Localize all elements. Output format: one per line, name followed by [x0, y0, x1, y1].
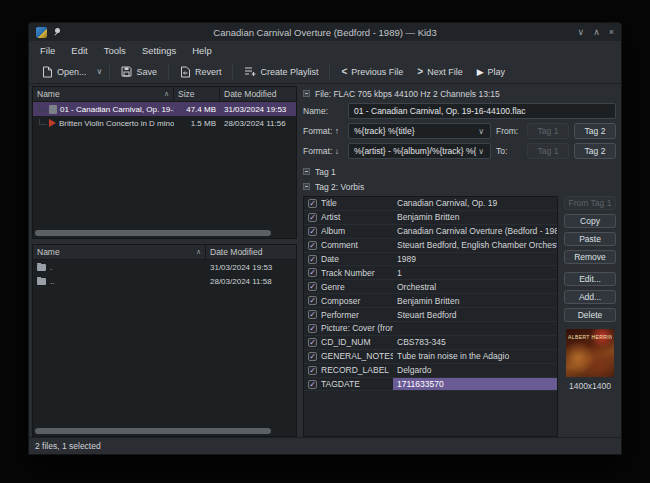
frame-checkbox[interactable]: ✓	[308, 352, 317, 361]
column-header-name[interactable]: Name ∧	[33, 87, 174, 101]
titlebar[interactable]: Canadian Carnival Overture (Bedford - 19…	[29, 23, 621, 41]
tag-frame-row[interactable]: ✓PerformerSteuart Bedford	[304, 308, 557, 322]
frame-checkbox[interactable]: ✓	[308, 199, 317, 208]
frame-checkbox[interactable]: ✓	[308, 296, 317, 305]
tag-frame-row[interactable]: ✓CommentSteuart Bedford, English Chamber…	[304, 239, 557, 253]
frame-value[interactable]: 1	[393, 266, 557, 279]
remove-button[interactable]: Remove	[564, 250, 616, 264]
frame-value[interactable]: Canadian Carnival Overture (Bedford - 19…	[393, 225, 557, 238]
format-from-combobox[interactable]: %{track} %{title} ∨	[348, 123, 491, 139]
left-column: Name ∧ Size Date Modified 01 - Canadian …	[32, 86, 297, 437]
frame-checkbox[interactable]: ✓	[308, 324, 317, 333]
menu-settings[interactable]: Settings	[142, 45, 176, 56]
tag-frame-row[interactable]: ✓Track Number1	[304, 266, 557, 280]
frame-value[interactable]: 1711633570	[393, 378, 557, 391]
frame-value[interactable]	[393, 322, 557, 335]
frame-checkbox[interactable]: ✓	[308, 338, 317, 347]
album-art-thumbnail[interactable]: ALBERT HERRING	[566, 329, 614, 377]
frame-value[interactable]: Tube train noise in the Adagio	[393, 350, 557, 363]
frame-checkbox[interactable]: ✓	[308, 310, 317, 319]
tag2-section-header[interactable]: Tag 2: Vorbis	[303, 181, 616, 192]
tag-frame-row[interactable]: ✓Picture: Cover (front)	[304, 322, 557, 336]
frame-value[interactable]: Benjamin Britten	[393, 294, 557, 307]
menu-file[interactable]: File	[40, 45, 55, 56]
tag-frame-row[interactable]: ✓GENERAL_NOTESTube train noise in the Ad…	[304, 350, 557, 364]
play-button[interactable]: ▶ Play	[471, 64, 511, 80]
frame-value[interactable]: Canadian Carnival, Op. 19	[393, 197, 557, 210]
frame-checkbox[interactable]: ✓	[308, 282, 317, 291]
save-button[interactable]: Save	[115, 63, 163, 80]
tag-frame-row[interactable]: ✓AlbumCanadian Carnival Overture (Bedfor…	[304, 225, 557, 239]
frame-value[interactable]: Steuart Bedford, English Chamber Orchest…	[393, 239, 557, 252]
open-icon	[42, 66, 53, 78]
open-dropdown-icon[interactable]: ∨	[95, 67, 105, 76]
tag-frame-row[interactable]: ✓GenreOrchestral	[304, 280, 557, 294]
tag-frame-row[interactable]: ✓TAGDATE1711633570	[304, 378, 557, 392]
previous-file-button[interactable]: < Previous File	[335, 63, 409, 80]
tag1-section-header[interactable]: Tag 1	[303, 166, 616, 177]
copy-button[interactable]: Copy	[564, 214, 616, 228]
folder-icon	[37, 278, 46, 285]
filename-input[interactable]: 01 - Canadian Carnival, Op. 19-16-44100.…	[348, 103, 616, 119]
file-date-cell: 31/03/2024 19:53	[220, 105, 296, 114]
frame-value[interactable]: 1989	[393, 253, 557, 266]
menu-tools[interactable]: Tools	[104, 45, 126, 56]
frame-value[interactable]: Benjamin Britten	[393, 211, 557, 224]
tag-frame-row[interactable]: ✓ArtistBenjamin Britten	[304, 211, 557, 225]
tag-frame-row[interactable]: ✓Date1989	[304, 253, 557, 267]
from-tag1-button[interactable]: Tag 1	[527, 123, 569, 139]
edit-button[interactable]: Edit...	[564, 272, 616, 286]
frame-checkbox[interactable]: ✓	[308, 227, 317, 236]
tag-frame-row[interactable]: ✓TitleCanadian Carnival, Op. 19	[304, 197, 557, 211]
collapse-icon[interactable]	[303, 183, 310, 190]
frame-checkbox[interactable]: ✓	[308, 380, 317, 389]
menu-help[interactable]: Help	[192, 45, 212, 56]
tag-frame-row[interactable]: ✓CD_ID_NUMCBS783-345	[304, 336, 557, 350]
create-playlist-button[interactable]: Create Playlist	[238, 63, 324, 80]
frame-value[interactable]: Delgardo	[393, 364, 557, 377]
column-header-size[interactable]: Size	[174, 87, 220, 101]
tag-frame-row[interactable]: ✓RECORD_LABELDelgardo	[304, 364, 557, 378]
open-button[interactable]: Open...	[36, 63, 93, 81]
frame-value[interactable]: Orchestral	[393, 280, 557, 293]
scrollbar-thumb[interactable]	[35, 428, 271, 434]
frame-name: TAGDATE	[321, 378, 393, 391]
format-to-combobox[interactable]: %{artist} - %{album}/%{track} %{title} ∨	[348, 143, 491, 159]
column-header-name[interactable]: Name ∧	[33, 245, 206, 259]
directory-row[interactable]: .31/03/2024 19:53	[33, 260, 296, 274]
column-header-date-modified[interactable]: Date Modified	[220, 87, 296, 101]
add-button[interactable]: Add...	[564, 290, 616, 304]
directory-list-horizontal-scrollbar[interactable]	[35, 428, 294, 434]
frame-checkbox[interactable]: ✓	[308, 213, 317, 222]
frame-checkbox[interactable]: ✓	[308, 255, 317, 264]
tag-frame-row[interactable]: ✓ComposerBenjamin Britten	[304, 294, 557, 308]
menu-edit[interactable]: Edit	[71, 45, 87, 56]
file-section-header[interactable]: File: FLAC 705 kbps 44100 Hz 2 Channels …	[303, 88, 616, 99]
revert-button[interactable]: Revert	[174, 63, 228, 81]
to-tag1-button[interactable]: Tag 1	[527, 143, 569, 159]
to-tag2-button[interactable]: Tag 2	[574, 143, 616, 159]
maximize-icon[interactable]: ∧	[593, 23, 600, 41]
minimize-icon[interactable]: ∨	[578, 23, 585, 41]
scrollbar-thumb[interactable]	[35, 230, 271, 236]
frame-name: Picture: Cover (front)	[321, 322, 393, 335]
file-row[interactable]: 01 - Canadian Carnival, Op. 19-16-44100.…	[33, 102, 296, 116]
collapse-icon[interactable]	[303, 168, 310, 175]
from-tag2-button[interactable]: Tag 2	[574, 123, 616, 139]
frame-checkbox[interactable]: ✓	[308, 241, 317, 250]
frame-checkbox[interactable]: ✓	[308, 366, 317, 375]
frame-value[interactable]: CBS783-345	[393, 336, 557, 349]
close-icon[interactable]: ×	[609, 23, 614, 41]
collapse-icon[interactable]	[303, 90, 310, 97]
from-tag1-action-button[interactable]: From Tag 1	[564, 196, 616, 210]
frame-value[interactable]: Steuart Bedford	[393, 308, 557, 321]
next-file-button[interactable]: > Next File	[411, 63, 468, 80]
frame-checkbox[interactable]: ✓	[308, 268, 317, 277]
delete-button[interactable]: Delete	[564, 308, 616, 322]
file-row[interactable]: Britten Violin Concerto in D minor Op. 1…	[33, 116, 296, 130]
album-art-dimensions: 1400x1400	[564, 381, 616, 391]
directory-row[interactable]: ..28/03/2024 11:58	[33, 274, 296, 288]
paste-button[interactable]: Paste	[564, 232, 616, 246]
file-list-horizontal-scrollbar[interactable]	[35, 230, 294, 236]
column-header-date-modified[interactable]: Date Modified	[206, 245, 296, 259]
